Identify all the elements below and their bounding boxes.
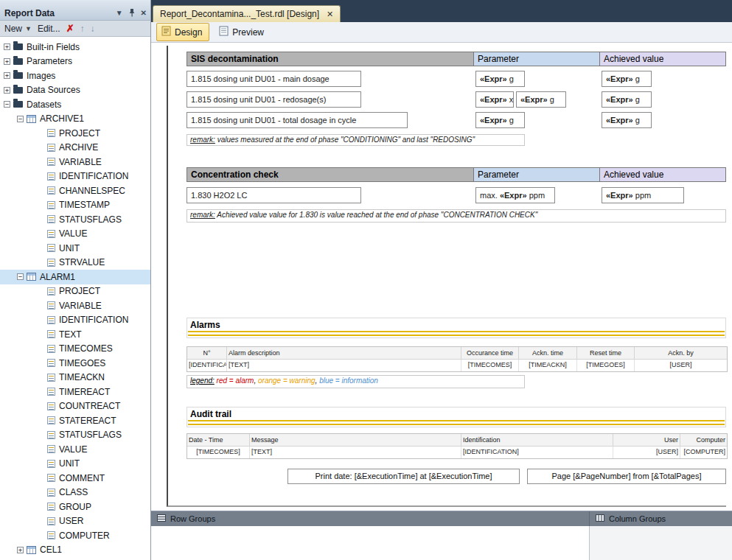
tree-item-timegoes[interactable]: TIMEGOES: [0, 356, 150, 371]
tree-item-comment[interactable]: COMMENT: [0, 471, 150, 486]
textbox-expr-achieved[interactable]: «Expr» g: [602, 112, 652, 128]
tree-item-class[interactable]: CLASS: [0, 486, 150, 500]
plus-expander-icon[interactable]: +: [4, 72, 10, 79]
textbox-expr-param[interactable]: «Expr» g: [475, 112, 525, 128]
move-down-icon[interactable]: ↓: [91, 24, 95, 34]
textbox-expr-param[interactable]: max. «Expr» ppm: [475, 187, 555, 203]
new-dropdown-icon[interactable]: ▼: [25, 25, 32, 32]
tree-item-identification[interactable]: IDENTIFICATION: [0, 313, 150, 328]
column-header[interactable]: Ackn. time: [519, 347, 577, 360]
tree-item-group[interactable]: GROUP: [0, 500, 150, 514]
minus-expander-icon[interactable]: −: [17, 116, 24, 122]
tree-item-parameters[interactable]: +Parameters: [0, 55, 150, 69]
column-header[interactable]: Reset time: [577, 347, 635, 360]
tree-item-value[interactable]: VALUE: [0, 227, 150, 242]
tree-item-cel1[interactable]: +CEL1: [0, 543, 150, 558]
table2-header-title[interactable]: Concentration check: [187, 167, 474, 182]
field-placeholder-cell[interactable]: [USER]: [613, 447, 680, 458]
print-date-textbox[interactable]: Print date: [&ExecutionTime] at [&Execut…: [287, 469, 520, 484]
field-placeholder-cell[interactable]: [TIMECOMES]: [187, 447, 250, 458]
textbox-expr-achieved[interactable]: «Expr» g: [602, 71, 652, 87]
column-header[interactable]: Identification: [461, 434, 613, 447]
tab-close-icon[interactable]: ✕: [327, 10, 333, 19]
column-header[interactable]: Date - Time: [187, 434, 250, 447]
tree-item-statereact[interactable]: STATEREACT: [0, 413, 150, 428]
tree-item-computer[interactable]: COMPUTER: [0, 528, 150, 543]
remark-conditioning[interactable]: remark: values measured at the end of ph…: [187, 134, 525, 146]
tree-item-unit[interactable]: UNIT: [0, 241, 150, 256]
tree-item-alarm1[interactable]: −ALARM1: [0, 270, 150, 284]
design-canvas[interactable]: SIS decontamination Parameter Achieved v…: [167, 46, 726, 507]
column-groups-header[interactable]: Column Groups: [590, 511, 666, 526]
edit-button[interactable]: Edit...: [38, 24, 60, 34]
tree-item-timereact[interactable]: TIMEREACT: [0, 385, 150, 399]
tree-item-countreact[interactable]: COUNTREACT: [0, 399, 150, 414]
audit-table[interactable]: Date - TimeMessageIdentificationUserComp…: [187, 433, 728, 459]
tree-item-value[interactable]: VALUE: [0, 442, 150, 457]
field-placeholder-cell[interactable]: [USER]: [635, 360, 727, 371]
tree-item-images[interactable]: +Images: [0, 69, 150, 83]
column-header[interactable]: Occurance time: [461, 347, 519, 360]
textbox-dosing-main[interactable]: 1.815 dosing unit DU01 - main dosage: [187, 71, 361, 87]
column-header[interactable]: User: [613, 434, 680, 447]
textbox-dosing-redosage[interactable]: 1.815 dosing unit DU01 - redosage(s): [187, 91, 361, 108]
table1-header-title[interactable]: SIS decontamination: [187, 52, 474, 66]
tree-item-timeackn[interactable]: TIMEACKN: [0, 371, 150, 385]
tree-item-strvalue[interactable]: STRVALUE: [0, 256, 150, 270]
tree-item-text[interactable]: TEXT: [0, 327, 150, 342]
tree-item-variable[interactable]: VARIABLE: [0, 155, 150, 169]
textbox-expr-achieved[interactable]: «Expr» g: [602, 91, 652, 108]
tree-item-project[interactable]: PROJECT: [0, 126, 150, 141]
move-up-icon[interactable]: ↑: [80, 24, 85, 34]
table2-header-parameter[interactable]: Parameter: [473, 167, 600, 182]
plus-expander-icon[interactable]: +: [4, 87, 10, 94]
panel-menu-chevron-icon[interactable]: ▼: [116, 9, 123, 17]
column-groups-area[interactable]: [590, 526, 732, 560]
minus-expander-icon[interactable]: −: [17, 273, 24, 280]
field-placeholder-cell[interactable]: [TIMEACKN]: [519, 360, 577, 371]
table1-header-achieved[interactable]: Achieved value: [599, 52, 726, 66]
tree-item-built-in-fields[interactable]: +Built-in Fields: [0, 40, 150, 55]
tree-item-timestamp[interactable]: TIMESTAMP: [0, 198, 150, 213]
column-header[interactable]: Alarm description: [227, 347, 461, 360]
field-placeholder-cell[interactable]: [COMPUTER]: [680, 447, 727, 458]
textbox-expr-param[interactable]: «Expr» x: [475, 91, 514, 108]
panel-close-icon[interactable]: ✕: [141, 9, 147, 17]
field-placeholder-cell[interactable]: [IDENTIFICATION]: [187, 360, 227, 371]
table1-header-parameter[interactable]: Parameter: [473, 52, 600, 66]
tree-item-unit[interactable]: UNIT: [0, 457, 150, 472]
plus-expander-icon[interactable]: +: [17, 547, 24, 553]
row-groups-header[interactable]: Row Groups: [151, 511, 590, 526]
minus-expander-icon[interactable]: −: [4, 101, 10, 108]
field-placeholder-cell[interactable]: [TIMEGOES]: [577, 360, 635, 371]
new-button[interactable]: New: [4, 24, 22, 34]
tree-item-channelspec[interactable]: CHANNELSPEC: [0, 183, 150, 198]
alarms-section-title[interactable]: Alarms: [187, 318, 726, 338]
alarms-table[interactable]: N°Alarm descriptionOccurance timeAckn. t…: [187, 346, 728, 372]
delete-icon[interactable]: ✗: [66, 23, 74, 34]
document-tab[interactable]: Report_Decontamina..._Test.rdl [Design] …: [153, 5, 341, 22]
tree-item-timecomes[interactable]: TIMECOMES: [0, 342, 150, 357]
tree-item-data-sources[interactable]: +Data Sources: [0, 83, 150, 98]
plus-expander-icon[interactable]: +: [4, 43, 10, 50]
tree-item-statusflags[interactable]: STATUSFLAGS: [0, 212, 150, 227]
plus-expander-icon[interactable]: +: [4, 58, 10, 65]
tree-item-datasets[interactable]: −Datasets: [0, 97, 150, 112]
tree-item-archive[interactable]: ARCHIVE: [0, 141, 150, 155]
preview-tab[interactable]: Preview: [214, 23, 271, 41]
table2-header-achieved[interactable]: Achieved value: [599, 167, 726, 182]
tree-item-user[interactable]: USER: [0, 514, 150, 529]
tree-item-variable[interactable]: VARIABLE: [0, 298, 150, 313]
audit-section-title[interactable]: Audit trail: [187, 407, 726, 427]
field-placeholder-cell[interactable]: [TIMECOMES]: [461, 360, 519, 371]
column-header[interactable]: Message: [250, 434, 461, 447]
field-placeholder-cell[interactable]: [IDENTIFICATION]: [461, 447, 613, 458]
field-placeholder-cell[interactable]: [TEXT]: [250, 447, 461, 458]
page-number-textbox[interactable]: Page [&PageNumber] from [&TotalPages]: [527, 469, 726, 484]
tree-item-project[interactable]: PROJECT: [0, 284, 150, 299]
textbox-dosing-total[interactable]: 1.815 dosing unit DU01 - total dosage in…: [187, 112, 408, 128]
column-header[interactable]: Computer: [680, 434, 727, 447]
remark-concentration[interactable]: remark: Achieved value value for 1.830 i…: [187, 209, 726, 223]
design-tab[interactable]: Design: [156, 23, 209, 41]
textbox-expr-param[interactable]: «Expr» g: [475, 71, 525, 87]
